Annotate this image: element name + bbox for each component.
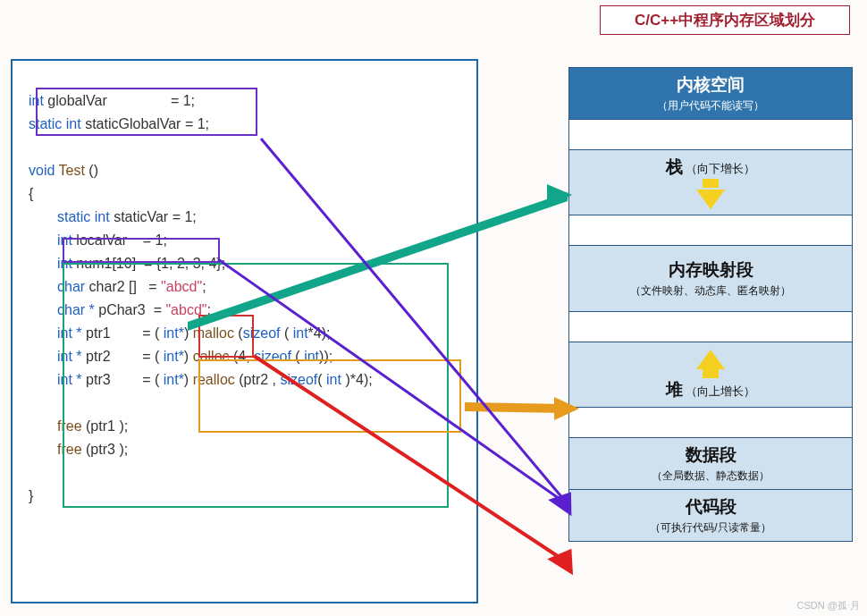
kw-int: int [57,256,72,271]
kw-int: int [326,372,341,387]
semi: ; [202,279,206,294]
cast: int* [164,349,184,364]
code-line: free (ptr3 ); [29,438,460,461]
arrow-allocs-to-heap [465,402,565,413]
eq1: = 1; [185,116,209,131]
region-stack: 栈 （向下增长） [568,149,853,215]
region-title: 内核空间 [677,75,745,94]
arg: ptr1 [90,418,115,434]
kw-int: int [304,349,319,364]
region-text: 代码段 （可执行代码/只读常量） [568,489,853,542]
eq: = [154,302,162,317]
gap [568,311,853,342]
kw-int: int [293,325,308,341]
code-line: } [29,485,460,508]
parens: () [88,163,98,178]
kw-void: void [29,163,55,178]
code-line: { [29,182,460,206]
kw-sizeof: sizeof [280,372,317,387]
kw-intp: int * [57,349,82,364]
id: num1[10] [76,256,136,271]
region-note: （向下增长） [686,162,755,175]
id: ptr1 [86,325,111,341]
kw-intp: int * [57,325,82,341]
kw-char: char [57,279,85,294]
tail: )*4); [345,372,372,387]
heap-grow-up-icon [696,350,725,369]
gap [568,407,853,437]
id: pChar3 [98,302,145,317]
gap [568,119,853,149]
args: (ptr2 , [239,372,276,387]
code-line: char char2 [] = "abcd"; [29,275,460,299]
id: char2 [] [89,279,137,294]
kw-static-int: static int [29,116,81,131]
region-kernel: 内核空间 （用户代码不能读写） [568,67,853,119]
kw-int: int [29,93,44,108]
id: ptr2 [86,349,111,364]
region-sub: （可执行代码/只读常量） [573,520,848,536]
str: "abcd" [165,302,206,317]
code-line: int * ptr2 = ( int*) calloc (4, sizeof (… [29,345,460,368]
region-sub: （全局数据、静态数据） [573,468,848,484]
fn: calloc [193,349,230,364]
kw-int: int [57,232,72,248]
id: globalVar [47,93,106,108]
region-title: 数据段 [686,445,737,464]
eq: = [142,372,150,387]
code-line: int localVar = 1; [29,229,460,252]
gap [568,215,853,245]
eq1: = 1; [143,232,167,248]
id: ptr3 [86,372,111,387]
region-title: 栈 [666,157,683,176]
code-line: static int staticVar = 1; [29,206,460,229]
region-sub: （文件映射、动态库、匿名映射） [573,283,848,299]
code-line: int globalVar = 1; [29,89,460,113]
memory-layout: 内核空间 （用户代码不能读写） 栈 （向下增长） 内存映射段 （文件映射、动态库… [568,67,853,542]
kw-intp: int * [57,372,82,387]
region-title: 堆 [666,380,683,399]
fn: free [57,442,82,457]
code-line: int * ptr1 = ( int*) malloc (sizeof ( in… [29,322,460,345]
eq: = [142,349,150,364]
arg: ptr3 [90,442,115,457]
region-mmap: 内存映射段 （文件映射、动态库、匿名映射） [568,245,853,311]
id: staticGlobalVar [85,116,181,131]
code-line: free (ptr1 ); [29,415,460,438]
semi: ; [206,302,210,317]
watermark: CSDN @孤ᐧ月 [797,599,860,612]
code-line: static int staticGlobalVar = 1; [29,113,460,136]
fn: realloc [193,372,235,387]
region-heap: 堆 （向上增长） [568,342,853,407]
code-line: int * ptr3 = ( int*) realloc (ptr2 , siz… [29,368,460,392]
region-data: 数据段 （全局数据、静态数据） [568,437,853,489]
eq: = [148,279,156,294]
kw-sizeof: sizeof [254,349,291,364]
region-title: 内存映射段 [669,260,753,279]
fn: malloc [193,325,234,341]
code-line: void Test () [29,159,460,182]
region-title: 代码段 [686,497,737,516]
arrlit: = {1, 2, 3, 4}; [144,256,225,271]
id: localVar [76,232,127,248]
fn-name: Test [59,163,85,178]
id: staticVar [114,209,168,224]
stack-arrow-stem [703,179,719,188]
tail: *4); [308,325,331,341]
cast: int* [164,325,184,341]
svg-marker-8 [547,541,585,575]
kw-charp: char * [57,302,95,317]
str: "abcd" [161,279,202,294]
eq: = [142,325,150,341]
code-panel: int globalVar = 1; static int staticGlob… [11,59,478,603]
eq1: = 1; [171,93,195,108]
heap-arrow-stem [703,369,719,378]
region-note: （向上增长） [686,384,755,398]
code-line: char * pChar3 = "abcd"; [29,299,460,322]
args: (4, [233,349,250,364]
eq1: = 1; [173,209,197,224]
fn: free [57,418,82,434]
cast: int* [164,372,184,387]
kw-static-int: static int [57,209,110,224]
diagram-title: C/C++中程序内存区域划分 [600,5,850,35]
